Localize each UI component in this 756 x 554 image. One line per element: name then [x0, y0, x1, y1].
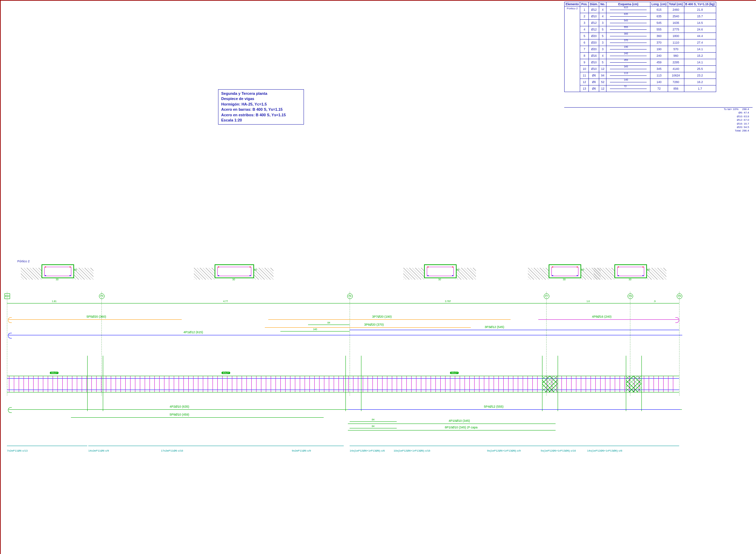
stirrup	[38, 376, 38, 392]
stirrup-icon	[44, 267, 71, 276]
rebar	[348, 409, 680, 410]
dim-value: 1.6	[546, 300, 630, 302]
cross-section: 3025	[21, 264, 53, 282]
portico-label: Pórtico 2	[17, 260, 30, 263]
rebar-label: 5P5Ø20 (360)	[87, 315, 106, 318]
stirrup	[469, 376, 470, 392]
support-marker: P5	[99, 293, 105, 299]
th-long: Long. (cm)	[650, 2, 668, 7]
stirrup	[644, 376, 644, 392]
stirrup-icon	[551, 267, 578, 276]
td-diam: Ø10	[589, 66, 599, 72]
stirrup	[266, 376, 266, 392]
stirrup-zone-note: 9x2eP11Ø6 c/9	[292, 449, 344, 452]
stirrup	[111, 376, 111, 392]
stirrup-zone-line	[292, 446, 344, 446]
stirrup	[169, 376, 169, 392]
stirrup	[135, 376, 135, 392]
td-no: 94	[599, 72, 606, 79]
beam-elevation: B10P5P6P7P8P9 1.814.773.7871.6.9 5P5Ø20 …	[3, 293, 753, 460]
rebar	[348, 424, 556, 424]
td-val: 7280	[668, 79, 684, 85]
td-no: 3	[599, 20, 606, 26]
td-val: 370	[650, 39, 668, 46]
stirrup	[440, 376, 441, 392]
stirrup	[586, 376, 586, 392]
stirrup	[474, 376, 475, 392]
td-pos: 12	[580, 79, 589, 85]
stirrup	[285, 376, 286, 392]
stirrup	[663, 376, 664, 392]
rebar-label: 3P6Ø20 (370)	[364, 323, 384, 326]
dim-label: 30	[42, 278, 73, 281]
td-val: 1800	[668, 33, 684, 39]
totals-row: Ø12: 67.0	[724, 118, 749, 122]
td-diam: Ø20	[589, 39, 599, 46]
td-pos: 9	[580, 59, 589, 66]
hatch	[194, 268, 215, 280]
info-line: Escala 1:20	[221, 118, 301, 123]
stirrup	[494, 376, 494, 392]
dim-label: 25	[74, 269, 77, 271]
beam-end-hatch	[626, 376, 641, 392]
td-no: 4	[599, 13, 606, 20]
totals-block: To tal+ 10%: 286.4Ø6: 47.4Ø10: 63.8Ø12: …	[564, 107, 753, 108]
cross-section: 3025	[528, 264, 560, 282]
dim-label: 30	[215, 278, 253, 281]
td-pos: 4	[580, 26, 589, 33]
dim-value: 3.787	[350, 300, 546, 302]
stirrup	[411, 376, 412, 392]
stirrup	[222, 376, 223, 392]
beam-body: 30x2740x2730x27	[7, 376, 679, 392]
stirrup	[455, 376, 455, 392]
stirrup	[377, 376, 378, 392]
td-val: 1.7	[684, 85, 716, 92]
stirrup	[213, 376, 213, 392]
td-diam: Ø20	[589, 33, 599, 39]
stirrup-zone-note: 14x2eP11Ø6 c/9	[88, 449, 161, 452]
td-schema: 555	[606, 26, 650, 33]
td-schema: 72	[606, 85, 650, 92]
stirrup	[658, 376, 659, 392]
stirrup	[217, 376, 218, 392]
td-val: 1635	[668, 20, 684, 26]
stirrup	[237, 376, 237, 392]
totals-row: Ø10: 63.8	[724, 115, 749, 118]
td-no: 12	[599, 66, 606, 72]
stirrup-zone-note: 10x(1eP12Ø6+1rP13Ø6) c/16	[394, 449, 487, 452]
td-val: 570	[668, 46, 684, 53]
stirrup	[513, 376, 513, 392]
stirrup	[203, 376, 203, 392]
table-row: 10Ø1012345345414025.5	[565, 66, 716, 72]
beam-size-tag: 40x27	[222, 372, 230, 374]
stirrup	[24, 376, 24, 392]
td-pos: 1	[580, 7, 589, 13]
td-schema: 240	[606, 53, 650, 59]
td-val: 459	[650, 59, 668, 66]
stirrup	[445, 376, 446, 392]
stirrup	[591, 376, 591, 392]
td-val: 635	[650, 13, 668, 20]
axis-guide	[679, 292, 680, 396]
stirrup	[581, 376, 581, 392]
td-pos: 3	[580, 20, 589, 26]
column-intersection	[345, 356, 361, 411]
totals-row: Ø16: 16.7	[724, 122, 749, 126]
stirrup-zone-line	[487, 446, 541, 446]
stirrup	[198, 376, 198, 392]
stirrup	[523, 376, 523, 392]
section-box	[42, 264, 74, 278]
span-dimension: 3.787	[350, 303, 546, 303]
rebar-label: 4P2Ø10 (635)	[170, 405, 189, 408]
stirrup-zone-line	[7, 446, 87, 446]
stirrup	[566, 376, 567, 392]
hatch	[528, 268, 549, 280]
th-esquema: Esquema (cm)	[606, 2, 650, 7]
stirrup	[406, 376, 407, 392]
span-dimension: 1.6	[546, 303, 630, 303]
td-val: 2775	[668, 26, 684, 33]
td-val: 4140	[668, 66, 684, 72]
td-schema: 113	[606, 72, 650, 79]
stirrup	[53, 376, 53, 392]
td-val: 2295	[668, 59, 684, 66]
